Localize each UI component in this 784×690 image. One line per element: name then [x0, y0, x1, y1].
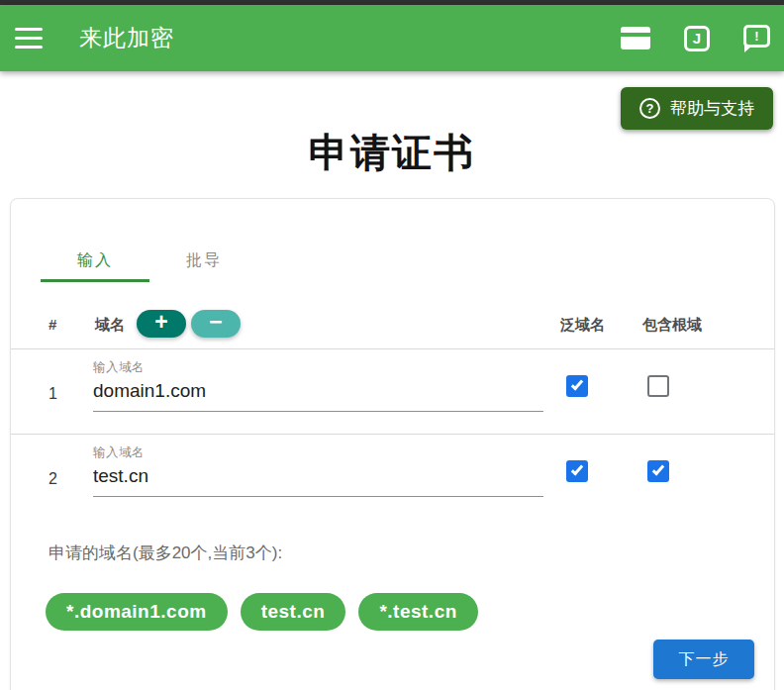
app-title: 来此加密: [79, 23, 174, 53]
j-badge-icon[interactable]: J: [684, 26, 710, 51]
include-root-checkbox[interactable]: [647, 375, 669, 397]
feedback-icon[interactable]: !: [743, 25, 770, 52]
checkmark-icon: [571, 378, 583, 391]
wildcard-checkbox[interactable]: [566, 375, 588, 397]
next-step-button[interactable]: 下一步: [653, 640, 754, 679]
column-header-include-root: 包含根域: [642, 316, 702, 335]
hamburger-menu-icon[interactable]: [15, 28, 43, 49]
domain-chip: *.domain1.com: [46, 593, 228, 631]
tab-bar: 输入 批导: [41, 239, 258, 282]
input-label: 输入域名: [93, 359, 543, 376]
page-header: ? 帮助与支持 申请证书: [0, 71, 784, 198]
domain-input[interactable]: [93, 378, 543, 412]
domain-chip-list: *.domain1.com test.cn *.test.cn: [46, 593, 478, 631]
checkmark-icon: [571, 463, 583, 476]
app-bar: 来此加密 J !: [0, 5, 784, 71]
wildcard-checkbox[interactable]: [566, 460, 588, 482]
checkmark-icon: [652, 463, 664, 476]
domain-field: 输入域名: [93, 359, 543, 412]
column-header-index: #: [49, 316, 56, 333]
domain-table-header: # 域名 + − 泛域名 包含根域: [11, 298, 774, 349]
domain-input[interactable]: [93, 463, 543, 497]
row-index: 2: [49, 470, 57, 488]
include-root-checkbox[interactable]: [647, 460, 669, 482]
domain-field: 输入域名: [93, 444, 543, 497]
tab-input[interactable]: 输入: [41, 239, 149, 282]
certificate-form-card: 输入 批导 # 域名 + − 泛域名 包含根域 1 输入域名 2 输入域名 申请…: [10, 198, 775, 690]
domain-chip: test.cn: [241, 593, 346, 631]
add-domain-button[interactable]: +: [137, 310, 186, 338]
active-tab-indicator: [41, 279, 149, 282]
column-header-wildcard: 泛域名: [560, 316, 605, 335]
credit-card-icon[interactable]: [621, 27, 650, 49]
appbar-actions: J !: [621, 25, 772, 52]
question-mark-icon: ?: [639, 98, 660, 119]
remove-domain-button[interactable]: −: [191, 310, 241, 338]
domain-row: 1 输入域名: [11, 349, 774, 435]
tab-batch-import[interactable]: 批导: [149, 239, 258, 282]
row-index: 1: [49, 385, 57, 403]
domain-row: 2 输入域名: [11, 435, 774, 520]
help-button-label: 帮助与支持: [670, 97, 754, 120]
domain-chip: *.test.cn: [358, 593, 477, 631]
requested-domains-summary: 申请的域名(最多20个,当前3个):: [49, 542, 282, 564]
column-header-domain: 域名: [95, 316, 125, 335]
help-support-button[interactable]: ? 帮助与支持: [621, 87, 773, 130]
input-label: 输入域名: [93, 444, 543, 461]
